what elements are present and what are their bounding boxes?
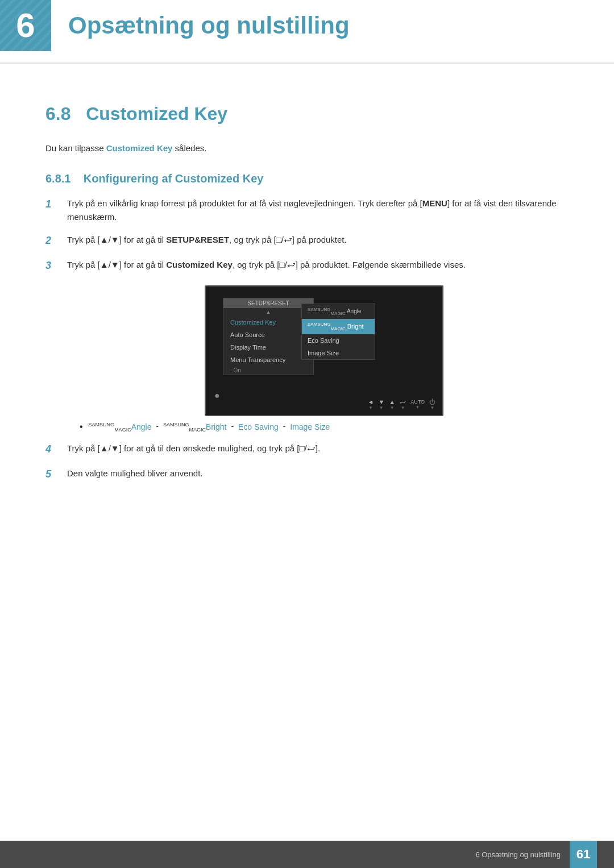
steps-list: 1 Tryk på en vilkårlig knap forrest på p… — [45, 197, 569, 274]
bullet-dot: • — [80, 422, 83, 432]
monitor-btn-power: ⏻ ▼ — [429, 398, 435, 410]
step-1-text: Tryk på en vilkårlig knap forrest på pro… — [67, 197, 569, 224]
monitor-btn-enter: ⮐ ▼ — [400, 398, 406, 410]
menu-item-customized: Customized Key — [223, 316, 313, 329]
menu-item-display-time: Display Time — [223, 341, 313, 354]
step-3: 3 Tryk på [▲/▼] for at gå til Customized… — [45, 258, 569, 274]
monitor-screen: SETUP&RESET ▲ Customized Key Auto Source… — [205, 285, 443, 416]
intro-bold-term: Customized Key — [106, 143, 173, 153]
monitor-btn-back: ◄ ▼ — [367, 398, 374, 410]
step-5: 5 Den valgte mulighed bliver anvendt. — [45, 467, 569, 483]
steps-list-2: 4 Tryk på [▲/▼] for at gå til den ønsked… — [45, 442, 569, 483]
intro-text-after: således. — [172, 143, 206, 153]
step-4-text: Tryk på [▲/▼] for at gå til den ønskede … — [67, 442, 569, 455]
chapter-title: Opsætning og nulstilling — [51, 12, 350, 39]
step-3-number: 3 — [45, 258, 63, 274]
step-5-text: Den valgte mulighed bliver anvendt. — [67, 467, 569, 480]
submenu-image-size: Image Size — [302, 347, 375, 359]
monitor-bottom-bar: ◄ ▼ ▼ ▼ ▲ ▼ ⮐ ▼ AUTO ▼ — [206, 398, 442, 410]
osd-menu: SETUP&RESET ▲ Customized Key Auto Source… — [223, 298, 314, 375]
step-2: 2 Tryk på [▲/▼] for at gå til SETUP&RESE… — [45, 233, 569, 249]
section-heading: Customized Key — [86, 103, 227, 124]
menu-item-menu-trans: Menu Transparency — [223, 354, 313, 366]
chapter-number-box: 6 — [0, 0, 51, 51]
subsection-heading: Konfigurering af Customized Key — [84, 172, 264, 185]
step-1: 1 Tryk på en vilkårlig knap forrest på p… — [45, 197, 569, 224]
intro-text-before: Du kan tilpasse — [45, 143, 106, 153]
step-2-number: 2 — [45, 232, 63, 249]
options-bullet-item: • SAMSUNGMAGICAngle - SAMSUNGMAGICBright… — [80, 422, 569, 433]
section-title: 6.8 Customized Key — [45, 103, 569, 124]
step-4-number: 4 — [45, 441, 63, 458]
footer-page-number: 61 — [570, 841, 597, 868]
submenu-samsung-angle: SAMSUNGMAGIC Angle — [302, 304, 375, 319]
step-4: 4 Tryk på [▲/▼] for at gå til den ønsked… — [45, 442, 569, 458]
menu-arrow: ▲ — [223, 308, 313, 316]
subsection-title: 6.8.1 Konfigurering af Customized Key — [45, 172, 569, 185]
subsection-number: 6.8.1 — [45, 172, 70, 185]
options-text: SAMSUNGMAGICAngle - SAMSUNGMAGICBright -… — [89, 422, 330, 433]
section-number: 6.8 — [45, 103, 70, 124]
monitor-screenshot: SETUP&RESET ▲ Customized Key Auto Source… — [80, 285, 569, 416]
menu-item-auto-source: Auto Source — [223, 329, 313, 341]
step-5-number: 5 — [45, 466, 63, 483]
monitor-btn-menu: ▼ ▼ — [378, 398, 384, 410]
footer-chapter-label: 6 Opsætning og nulstilling — [475, 850, 561, 859]
intro-paragraph: Du kan tilpasse Customized Key således. — [45, 142, 569, 155]
monitor-btn-auto: AUTO ▼ — [410, 399, 425, 410]
osd-submenu: SAMSUNGMAGIC Angle SAMSUNGMAGIC Bright E… — [301, 304, 375, 360]
page-content: 6.8 Customized Key Du kan tilpasse Custo… — [0, 69, 614, 551]
chapter-number: 6 — [16, 9, 35, 43]
submenu-magic-bright: SAMSUNGMAGIC Bright — [302, 319, 375, 334]
step-3-text: Tryk på [▲/▼] for at gå til Customized K… — [67, 258, 569, 272]
submenu-eco-saving: Eco Saving — [302, 334, 375, 347]
step-2-text: Tryk på [▲/▼] for at gå til SETUP&RESET,… — [67, 233, 569, 247]
options-bullet-list: • SAMSUNGMAGICAngle - SAMSUNGMAGICBright… — [80, 422, 569, 433]
menu-on-label: : On — [223, 366, 313, 375]
monitor-btn-up: ▲ ▼ — [389, 398, 395, 410]
page-footer: 6 Opsætning og nulstilling 61 — [0, 841, 614, 868]
chapter-header: 6 Opsætning og nulstilling — [0, 0, 614, 64]
step-1-number: 1 — [45, 196, 63, 213]
menu-header: SETUP&RESET — [223, 298, 313, 308]
